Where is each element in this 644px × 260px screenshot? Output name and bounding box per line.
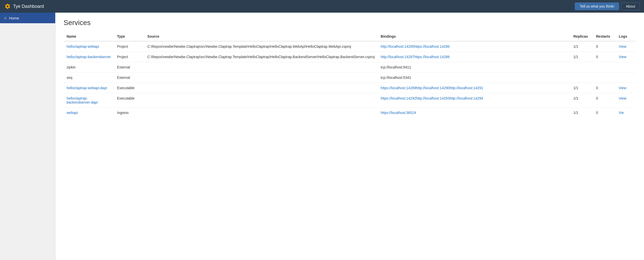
service-type: Project xyxy=(114,52,144,62)
logs-text xyxy=(616,62,636,73)
table-row: helloclaptrap-backendserverProjectC:\Rep… xyxy=(64,52,636,62)
col-header-restarts: Restarts xyxy=(593,32,616,41)
logs-link[interactable]: View xyxy=(619,44,626,49)
top-bar: Tye Dashboard Tell us what you think! Ab… xyxy=(0,0,644,13)
service-type: Executable xyxy=(114,83,144,93)
table-row: helloclaptrap-backendserver-daprExecutab… xyxy=(64,93,636,108)
service-source xyxy=(144,73,378,83)
sidebar: ⌂ Home xyxy=(0,13,55,260)
service-replicas: 1/1 xyxy=(570,93,593,108)
service-name-link[interactable]: helloclaptrap-webapi xyxy=(67,44,99,49)
service-source: C:\Repos\newbe\Newbe.Claptrap\src\Newbe.… xyxy=(144,52,378,62)
table-row: zipkinExternaltcp://localhost:9411 xyxy=(64,62,636,73)
binding-link[interactable]: https://localhost:14289http://localhost:… xyxy=(381,86,483,90)
service-name: zipkin xyxy=(64,62,114,73)
feedback-button[interactable]: Tell us what you think! xyxy=(575,3,619,10)
binding-text: tcp://localhost:9411 xyxy=(378,62,570,73)
col-header-replicas: Replicas xyxy=(570,32,593,41)
brand-title: Tye Dashboard xyxy=(13,4,44,9)
sidebar-item-label: Home xyxy=(9,16,19,20)
service-name-link[interactable]: webapi xyxy=(67,111,78,115)
services-table: Name Type Source Bindings Replicas Resta… xyxy=(64,32,636,118)
service-restarts: 0 xyxy=(593,83,616,93)
main-content: Services Name Type Source Bindings Repli… xyxy=(55,13,644,260)
binding-link[interactable]: http://localhost:14285https://localhost:… xyxy=(381,44,450,49)
service-restarts xyxy=(593,73,616,83)
service-restarts xyxy=(593,62,616,73)
table-header: Name Type Source Bindings Replicas Resta… xyxy=(64,32,636,41)
gear-icon xyxy=(4,3,11,10)
table-row: helloclaptrap-webapi-daprExecutablehttps… xyxy=(64,83,636,93)
table-body: helloclaptrap-webapiProjectC:\Repos\newb… xyxy=(64,41,636,118)
binding-text: tcp://localhost:5341 xyxy=(378,73,570,83)
logs-text xyxy=(616,73,636,83)
table-row: helloclaptrap-webapiProjectC:\Repos\newb… xyxy=(64,41,636,52)
col-header-source: Source xyxy=(144,32,378,41)
col-header-bindings: Bindings xyxy=(378,32,570,41)
service-replicas xyxy=(570,62,593,73)
service-type: Ingress xyxy=(114,108,144,118)
service-type: Executable xyxy=(114,93,144,108)
binding-link[interactable]: https://localhost:14292http://localhost:… xyxy=(381,96,483,100)
logs-link[interactable]: Vie xyxy=(619,111,624,115)
service-name-link[interactable]: helloclaptrap-backendserver xyxy=(67,55,111,59)
service-source: C:\Repos\newbe\Newbe.Claptrap\src\Newbe.… xyxy=(144,41,378,52)
about-button[interactable]: About xyxy=(621,3,640,10)
home-icon: ⌂ xyxy=(4,16,7,20)
service-source xyxy=(144,83,378,93)
col-header-type: Type xyxy=(114,32,144,41)
service-replicas: 1/1 xyxy=(570,108,593,118)
binding-link[interactable]: https://localhost:36524 xyxy=(381,111,416,115)
service-replicas xyxy=(570,73,593,83)
table-row: seqExternaltcp://localhost:5341 xyxy=(64,73,636,83)
service-restarts: 0 xyxy=(593,52,616,62)
top-bar-actions: Tell us what you think! About xyxy=(575,3,640,10)
page-title: Services xyxy=(64,19,636,27)
binding-link[interactable]: http://localhost:14287https://localhost:… xyxy=(381,55,450,59)
col-header-logs: Logs xyxy=(616,32,636,41)
service-name: seq xyxy=(64,73,114,83)
logs-link[interactable]: View xyxy=(619,86,626,90)
service-name-link[interactable]: helloclaptrap-backendserver-dapr xyxy=(67,96,98,104)
logs-link[interactable]: View xyxy=(619,55,626,59)
service-source xyxy=(144,62,378,73)
service-replicas: 1/1 xyxy=(570,83,593,93)
service-replicas: 1/1 xyxy=(570,52,593,62)
service-restarts: 0 xyxy=(593,93,616,108)
service-type: External xyxy=(114,62,144,73)
service-type: External xyxy=(114,73,144,83)
service-source xyxy=(144,93,378,108)
service-restarts: 0 xyxy=(593,108,616,118)
service-restarts: 0 xyxy=(593,41,616,52)
sidebar-item-home[interactable]: ⌂ Home xyxy=(0,13,55,23)
service-name-link[interactable]: helloclaptrap-webapi-dapr xyxy=(67,86,107,90)
table-row: webapiIngresshttps://localhost:365241/10… xyxy=(64,108,636,118)
brand: Tye Dashboard xyxy=(4,3,44,10)
service-type: Project xyxy=(114,41,144,52)
logs-link[interactable]: View xyxy=(619,96,626,100)
col-header-name: Name xyxy=(64,32,114,41)
service-replicas: 1/1 xyxy=(570,41,593,52)
service-source xyxy=(144,108,378,118)
